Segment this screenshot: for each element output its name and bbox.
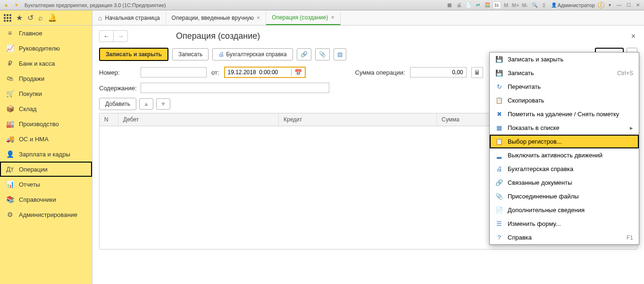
maximize-btn[interactable]: ☐ bbox=[624, 1, 633, 9]
move-up-button[interactable]: ▲ bbox=[139, 98, 153, 110]
dropdown-icon[interactable]: ▾ bbox=[12, 1, 21, 9]
print-icon[interactable]: 🖨 bbox=[455, 1, 463, 9]
menu-item-2[interactable]: ↻Перечитать bbox=[490, 80, 639, 94]
sidebar-item-5[interactable]: 📦Склад bbox=[0, 101, 92, 116]
menu-label: Записать bbox=[508, 69, 534, 77]
nav-label: Зарплата и кадры bbox=[19, 151, 70, 158]
home-icon: ⌂ bbox=[98, 14, 102, 22]
window-title: Бухгалтерия предприятия, редакция 3.0 (1… bbox=[23, 2, 443, 8]
minimize-btn[interactable]: — bbox=[615, 1, 623, 9]
sidebar-item-1[interactable]: 📈Руководителю bbox=[0, 41, 92, 56]
toolbar-btn-1[interactable]: ▦ bbox=[445, 1, 454, 9]
info-icon[interactable]: i bbox=[598, 2, 604, 9]
menu-icon: 🔗 bbox=[495, 179, 503, 186]
star-icon[interactable]: ★ bbox=[16, 13, 23, 22]
menu-label: Изменить форму... bbox=[508, 220, 561, 227]
app-icon: ● bbox=[2, 1, 10, 9]
nav-icon: ≡ bbox=[6, 29, 14, 37]
content-input[interactable] bbox=[141, 83, 329, 93]
menu-shortcut: F1 bbox=[627, 234, 633, 241]
menu-label: Выключить активность движений bbox=[508, 152, 602, 159]
sidebar-item-0[interactable]: ≡Главное bbox=[0, 26, 92, 41]
menu-item-12[interactable]: ☰Изменить форму... bbox=[490, 217, 639, 231]
sidebar-item-9[interactable]: ДтОперации bbox=[0, 162, 92, 177]
m-btn[interactable]: M bbox=[502, 1, 510, 9]
close-icon[interactable]: × bbox=[331, 14, 335, 21]
nav-label: Отчеты bbox=[19, 181, 40, 188]
menu-icon: ? bbox=[495, 234, 503, 241]
menu-item-11[interactable]: 📄Дополнительные сведения bbox=[490, 203, 639, 217]
tab-operations-manual[interactable]: Операции, введенные вручную × bbox=[166, 10, 267, 25]
search-icon[interactable]: ⌕ bbox=[38, 14, 43, 22]
menu-item-8[interactable]: 🖨Бухгалтерская справка bbox=[490, 162, 639, 176]
date-field: 📅 bbox=[224, 67, 306, 78]
menu-icon: 📋 bbox=[495, 97, 503, 104]
menu-item-5[interactable]: ▦Показать в списке▸ bbox=[490, 121, 639, 135]
tab-home[interactable]: ⌂ Начальная страница bbox=[92, 10, 166, 25]
sidebar-item-11[interactable]: 📚Справочники bbox=[0, 192, 92, 207]
attach-button[interactable]: 📎 bbox=[315, 48, 330, 60]
back-button[interactable]: ← bbox=[100, 31, 114, 42]
close-icon[interactable]: × bbox=[257, 14, 260, 21]
date-input[interactable] bbox=[225, 68, 291, 77]
sidebar-item-4[interactable]: 🛒Покупки bbox=[0, 86, 92, 101]
list-button[interactable]: ▤ bbox=[334, 48, 346, 60]
compare-icon[interactable]: ⇄ bbox=[474, 1, 482, 9]
apps-icon[interactable] bbox=[4, 14, 11, 22]
menu-item-7[interactable]: ▂Выключить активность движений bbox=[490, 148, 639, 162]
calc-icon[interactable]: 🧮 bbox=[483, 1, 492, 9]
number-input[interactable] bbox=[141, 67, 207, 77]
close-btn[interactable]: ✕ bbox=[634, 1, 642, 9]
menu-label: Дополнительные сведения bbox=[508, 207, 585, 214]
nav-arrows: ← → bbox=[99, 30, 128, 42]
nav-label: Покупки bbox=[19, 90, 42, 97]
sidebar-item-3[interactable]: 🛍Продажи bbox=[0, 71, 92, 86]
nav-icon: 🚚 bbox=[6, 135, 14, 143]
close-page-button[interactable]: × bbox=[629, 32, 637, 41]
menu-icon: ▦ bbox=[495, 124, 503, 131]
window-titlebar: ● ▾ Бухгалтерия предприятия, редакция 3.… bbox=[0, 0, 644, 10]
sidebar-item-7[interactable]: 🚚ОС и НМА bbox=[0, 131, 92, 146]
dropdown-icon-2[interactable]: ▾ bbox=[605, 1, 614, 9]
menu-item-4[interactable]: ✖Пометить на удаление / Снять пометку bbox=[490, 107, 639, 121]
menu-item-3[interactable]: 📋Скопировать bbox=[490, 94, 639, 107]
sidebar-item-2[interactable]: ₽Банк и касса bbox=[0, 56, 92, 71]
m-plus-btn[interactable]: M+ bbox=[511, 1, 520, 9]
menu-item-6[interactable]: 📋Выбор регистров... bbox=[490, 135, 639, 148]
move-down-button[interactable]: ▼ bbox=[156, 98, 170, 110]
sidebar-item-8[interactable]: 👤Зарплата и кадры bbox=[0, 146, 92, 162]
zoom-icon[interactable]: 🔍 bbox=[530, 1, 539, 9]
calendar-icon[interactable]: 31 bbox=[493, 1, 501, 9]
menu-item-10[interactable]: 📎Присоединенные файлы bbox=[490, 189, 639, 203]
bell-icon[interactable]: 🔔 bbox=[48, 13, 57, 22]
menu-icon: ☰ bbox=[495, 220, 503, 227]
doc-icon[interactable]: 📄 bbox=[464, 1, 473, 9]
user-menu[interactable]: 👤 Администратор bbox=[549, 1, 597, 9]
menu-icon: 💾 bbox=[495, 69, 503, 77]
menu-item-9[interactable]: 🔗Связанные документы bbox=[490, 176, 639, 189]
save-button[interactable]: Записать bbox=[172, 48, 209, 60]
accounting-report-button[interactable]: 🖨Бухгалтерская справка bbox=[212, 48, 293, 60]
menu-icon: 📎 bbox=[495, 193, 503, 200]
calc-button[interactable]: 🖩 bbox=[471, 67, 483, 78]
sum-input[interactable] bbox=[410, 67, 467, 77]
nav-icon: ₽ bbox=[6, 60, 14, 67]
m-minus-btn[interactable]: M- bbox=[521, 1, 529, 9]
sidebar-item-10[interactable]: 📊Отчеты bbox=[0, 177, 92, 192]
save-and-close-button[interactable]: Записать и закрыть bbox=[99, 48, 168, 61]
menu-item-0[interactable]: 💾Записать и закрыть bbox=[490, 52, 639, 66]
calendar-icon[interactable]: 📅 bbox=[291, 69, 305, 76]
history-icon[interactable]: ↺ bbox=[27, 13, 33, 22]
windows-icon[interactable]: ▯ bbox=[540, 1, 548, 9]
add-button[interactable]: Добавить bbox=[99, 98, 136, 110]
forward-button[interactable]: → bbox=[114, 31, 127, 42]
related-button[interactable]: 🔗 bbox=[297, 48, 311, 60]
nav-icon: 🏭 bbox=[6, 120, 14, 128]
menu-item-1[interactable]: 💾ЗаписатьCtrl+S bbox=[490, 66, 639, 80]
menu-icon: 📋 bbox=[495, 138, 503, 145]
sidebar-item-6[interactable]: 🏭Производство bbox=[0, 116, 92, 131]
menu-item-13[interactable]: ?СправкаF1 bbox=[490, 231, 639, 244]
sidebar-item-12[interactable]: ⚙Администрирование bbox=[0, 207, 92, 222]
tab-operation-create[interactable]: Операция (создание) × bbox=[266, 10, 340, 25]
menu-label: Справка bbox=[508, 234, 532, 241]
